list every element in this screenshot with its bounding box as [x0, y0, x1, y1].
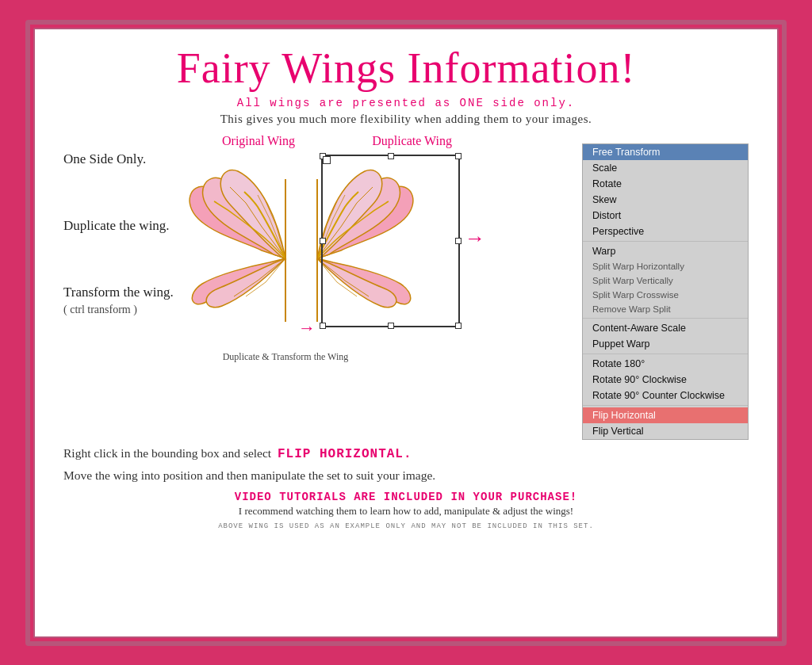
menu-item[interactable]: Flip Horizontal [583, 407, 748, 423]
menu-item[interactable]: Split Warp Crosswise [583, 288, 748, 302]
menu-arrow: → [465, 227, 485, 250]
menu-item[interactable]: Rotate 90° Clockwise [583, 372, 748, 388]
menu-item[interactable]: Flip Vertical [583, 423, 748, 439]
menu-item[interactable]: Rotate [583, 176, 748, 192]
menu-item[interactable]: Rotate 180° [583, 356, 748, 372]
recommend-text: I recommend watching them to learn how t… [63, 505, 749, 518]
ps-context-menu: Free TransformScaleRotateSkewDistortPers… [582, 143, 749, 440]
intro-text: This gives you much more flexibility whe… [63, 113, 749, 126]
duplicate-wing-label: Duplicate Wing [372, 134, 452, 148]
menu-divider [583, 405, 748, 406]
menu-item[interactable]: Puppet Warp [583, 336, 748, 352]
menu-divider [583, 354, 748, 354]
bottom-section: Right click in the bounding box and sele… [63, 446, 749, 530]
outer-card: Fairy Wings Information! All wings are p… [25, 20, 787, 646]
wing-visual: Original Wing Duplicate Wing [174, 128, 460, 350]
menu-item[interactable]: Perspective [583, 224, 748, 239]
video-text: VIDEO TUTORIALS ARE INCLUDED IN YOUR PUR… [63, 491, 749, 503]
inner-card: Fairy Wings Information! All wings are p… [33, 28, 779, 638]
left-panel: One Side Only. Duplicate the wing. Trans… [63, 136, 574, 363]
dup-arrow: → [298, 318, 316, 338]
menu-divider [583, 241, 748, 242]
main-content: One Side Only. Duplicate the wing. Trans… [63, 136, 749, 440]
footer-text: ABOVE WING IS USED AS AN EXAMPLE ONLY AN… [63, 522, 749, 530]
menu-item[interactable]: Distort [583, 208, 748, 224]
menu-item[interactable]: Scale [583, 160, 748, 176]
bounding-box [321, 155, 460, 327]
menu-item[interactable]: Remove Warp Split [583, 302, 748, 316]
menu-item[interactable]: Skew [583, 192, 748, 208]
menu-item[interactable]: Rotate 90° Counter Clockwise [583, 388, 748, 403]
menu-item[interactable]: Split Warp Horizontally [583, 259, 748, 273]
subtitle: All wings are presented as ONE side only… [63, 97, 749, 109]
menu-item[interactable]: Content-Aware Scale [583, 320, 748, 336]
page-title: Fairy Wings Information! [63, 45, 749, 92]
flip-horizontal-highlight: FLIP HORIZONTAL. [278, 447, 412, 461]
move-text: Move the wing into position and then man… [63, 466, 749, 484]
flip-horizontal-text: Right click in the bounding box and sele… [63, 446, 749, 461]
original-wing-label: Original Wing [222, 134, 295, 148]
wings-area: One Side Only. Duplicate the wing. Trans… [63, 128, 574, 350]
menu-item[interactable]: Split Warp Vertically [583, 273, 748, 288]
menu-item[interactable]: Warp [583, 243, 748, 259]
ps-menu-panel: Free TransformScaleRotateSkewDistortPers… [582, 143, 749, 440]
menu-item[interactable]: Free Transform [583, 144, 748, 160]
right-click-text: Right click in the bounding box and sele… [63, 446, 271, 460]
menu-divider [583, 318, 748, 319]
